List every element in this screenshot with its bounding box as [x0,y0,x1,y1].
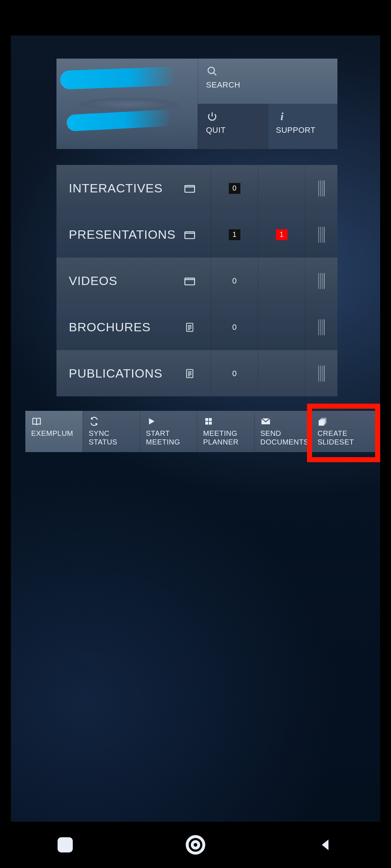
category-name: PUBLICATIONS [56,366,169,380]
category-count: 1 [211,212,258,258]
svg-rect-22 [319,420,324,426]
drag-handle-icon [305,350,337,396]
app-screen: SEARCH QUIT i SUPPORT INTERACTIVES0PRESE… [11,35,380,822]
drag-handle-icon [305,165,337,211]
svg-line-1 [214,73,216,76]
category-row-presentations[interactable]: PRESENTATIONS11 [56,211,337,258]
document-icon [169,350,211,396]
category-name: PRESENTATIONS [56,227,169,242]
nav-home-button[interactable] [183,832,208,858]
nav-back-button[interactable] [313,832,339,858]
bottom-toolbar: EXEMPLUMSYNC STATUSSTART MEETINGMEETING … [25,411,376,452]
svg-rect-17 [209,418,212,421]
category-list: INTERACTIVES0PRESENTATIONS11VIDEOS0BROCH… [56,165,337,396]
mail-icon [260,416,271,427]
sync-status-button[interactable]: SYNC STATUS [83,411,140,452]
svg-rect-4 [185,278,195,285]
info-icon: i [276,110,288,123]
sync-icon [89,416,100,427]
toolbar-label: MEETING PLANNER [203,429,248,446]
svg-rect-5 [186,323,193,331]
grid-icon [203,416,214,427]
stack-icon [318,416,328,427]
support-label: SUPPORT [276,125,329,135]
category-count: 0 [211,258,258,304]
top-panel: SEARCH QUIT i SUPPORT [56,59,337,149]
document-icon [169,304,211,350]
svg-rect-10 [186,369,193,378]
send-documents-button[interactable]: SEND DOCUMENTS [254,411,311,452]
start-meeting-button[interactable]: START MEETING [140,411,197,452]
category-row-publications[interactable]: PUBLICATIONS0 [56,350,337,396]
category-alert-count: 1 [258,212,305,258]
svg-rect-19 [209,422,212,425]
category-count: 0 [211,350,258,396]
exemplum-button[interactable]: EXEMPLUM [25,411,83,452]
toolbar-label: SEND DOCUMENTS [260,429,306,446]
create-slideset-button[interactable]: CREATE SLIDESET [311,411,376,452]
power-icon [206,110,218,123]
drag-handle-icon [305,304,337,350]
svg-rect-18 [205,422,208,425]
nav-recent-button[interactable] [52,832,78,858]
book-icon [31,416,42,427]
meeting-planner-button[interactable]: MEETING PLANNER [197,411,254,452]
svg-point-0 [208,67,215,74]
category-alert-count [258,304,305,350]
category-count: 0 [211,165,258,211]
toolbar-label: EXEMPLUM [31,429,77,438]
folder-icon [169,165,211,211]
category-row-videos[interactable]: VIDEOS0 [56,258,337,304]
category-row-interactives[interactable]: INTERACTIVES0 [56,165,337,211]
category-count: 0 [211,304,258,350]
toolbar-label: START MEETING [146,429,191,446]
folder-icon [169,212,211,258]
quit-label: QUIT [206,125,260,135]
category-row-brochures[interactable]: BROCHURES0 [56,304,337,350]
toolbar-label: CREATE SLIDESET [318,429,370,446]
folder-icon [169,258,211,304]
play-icon [146,416,157,427]
category-alert-count [258,165,305,211]
svg-rect-16 [205,418,208,421]
svg-rect-2 [185,186,195,192]
quit-button[interactable]: QUIT [198,104,268,149]
brand-logo [56,59,198,149]
category-name: BROCHURES [56,320,169,334]
category-name: VIDEOS [56,274,169,288]
drag-handle-icon [305,258,337,304]
svg-rect-3 [185,232,195,239]
drag-handle-icon [305,212,337,258]
search-icon [206,65,218,77]
category-alert-count [258,258,305,304]
category-name: INTERACTIVES [56,181,169,195]
search-label: SEARCH [206,80,329,90]
search-button[interactable]: SEARCH [198,59,337,104]
support-button[interactable]: i SUPPORT [268,104,337,149]
android-nav-bar [0,822,391,868]
toolbar-label: SYNC STATUS [89,429,134,446]
category-alert-count [258,350,305,396]
